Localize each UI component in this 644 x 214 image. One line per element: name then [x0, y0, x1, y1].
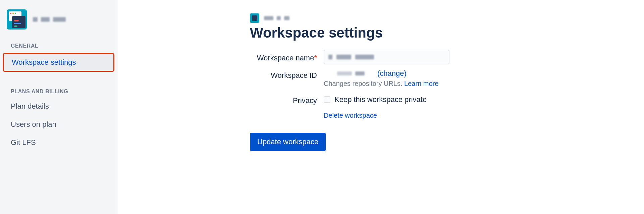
change-workspace-id-link[interactable]: (change)	[377, 69, 407, 78]
page-title: Workspace settings	[250, 25, 491, 41]
main-content: Workspace settings Workspace name*	[117, 0, 644, 214]
update-workspace-button[interactable]: Update workspace	[250, 133, 326, 151]
privacy-checkbox[interactable]	[324, 96, 330, 103]
sidebar: GENERAL Workspace settings PLANS AND BIL…	[0, 0, 117, 214]
section-label-general: GENERAL	[0, 36, 117, 52]
breadcrumb	[250, 13, 491, 23]
privacy-label: Privacy	[250, 94, 317, 105]
workspace-name-redacted	[33, 17, 66, 22]
workspace-id-value-redacted	[337, 71, 365, 75]
workspace-name-label: Workspace name*	[250, 52, 317, 62]
privacy-checkbox-label: Keep this workspace private	[334, 95, 427, 104]
workspace-name-input[interactable]	[324, 50, 449, 64]
sidebar-header	[0, 0, 117, 36]
delete-workspace-link[interactable]: Delete workspace	[324, 112, 377, 119]
sidebar-item-plan-details[interactable]: Plan details	[0, 97, 117, 115]
learn-more-link[interactable]: Learn more	[404, 80, 438, 87]
section-label-plans: PLANS AND BILLING	[0, 82, 117, 97]
workspace-id-help: Changes repository URLs. Learn more	[324, 80, 491, 88]
breadcrumb-name-redacted	[264, 16, 289, 20]
workspace-small-icon	[250, 13, 259, 23]
sidebar-item-workspace-settings[interactable]: Workspace settings	[3, 53, 114, 72]
workspace-id-label: Workspace ID	[250, 69, 317, 80]
workspace-icon	[7, 9, 27, 30]
sidebar-item-git-lfs[interactable]: Git LFS	[0, 133, 117, 152]
sidebar-item-users-on-plan[interactable]: Users on plan	[0, 115, 117, 133]
